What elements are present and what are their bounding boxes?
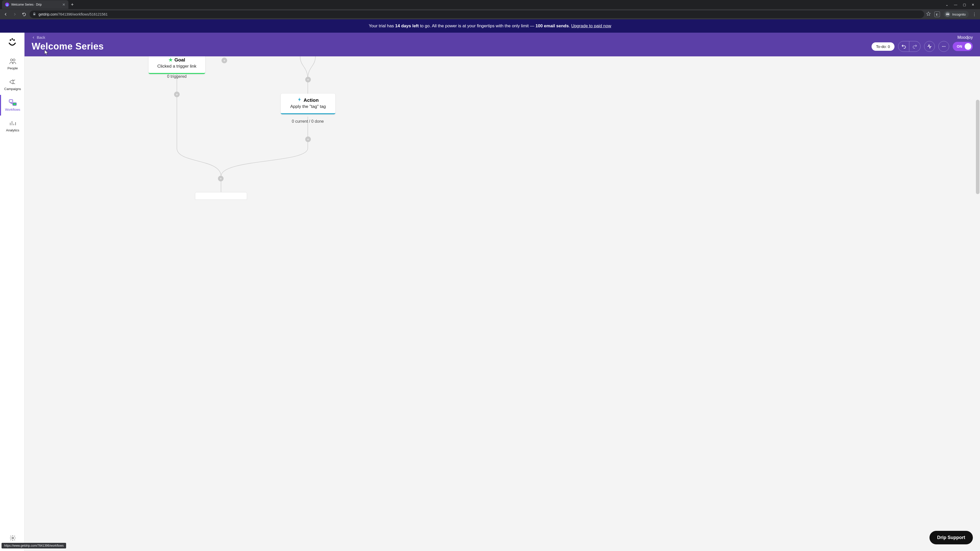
tab-dropdown-icon[interactable]: ⌄ [945, 3, 948, 6]
incognito-icon: 🕶 [945, 12, 950, 17]
incognito-label: Incognito [952, 13, 966, 16]
upgrade-link[interactable]: Upgrade to paid now [571, 24, 611, 28]
more-horizontal-icon [941, 44, 946, 49]
back-label: Back [37, 35, 45, 40]
workflow-connectors [24, 56, 980, 551]
bolt-icon [298, 97, 302, 103]
add-step-button[interactable]: + [221, 58, 227, 63]
svg-point-10 [945, 46, 945, 47]
svg-point-2 [11, 38, 13, 40]
todo-button[interactable]: To-do: 0 [872, 42, 894, 51]
tab-title: Welcome Series · Drip [11, 3, 60, 6]
svg-point-4 [13, 59, 15, 61]
node-subtitle: Apply the "tag" tag [287, 104, 329, 109]
back-link[interactable]: Back [32, 35, 973, 40]
workflows-icon [9, 99, 17, 106]
svg-point-7 [12, 537, 14, 539]
sidebar-item-label: Workflows [5, 108, 21, 111]
minimize-icon[interactable]: — [954, 3, 957, 6]
node-title-text: Goal [174, 57, 185, 63]
bookmark-star-icon[interactable] [926, 11, 931, 17]
trial-sends: 100 email sends [535, 24, 569, 28]
add-step-button[interactable]: + [305, 77, 311, 83]
svg-point-1 [13, 39, 15, 41]
activity-icon [927, 44, 932, 49]
people-icon [9, 58, 17, 65]
add-step-button[interactable]: + [305, 137, 311, 142]
forward-button[interactable] [11, 11, 18, 18]
star-icon: ★ [169, 57, 173, 63]
vertical-scrollbar[interactable] [976, 100, 980, 194]
more-button[interactable] [939, 41, 949, 52]
undo-button[interactable] [898, 41, 909, 52]
incognito-indicator[interactable]: 🕶 Incognito [943, 11, 969, 18]
workflow-toggle[interactable]: ON [953, 42, 973, 51]
svg-rect-6 [13, 103, 16, 105]
browser-chrome: 💧 Welcome Series · Drip ✕ + ⌄ — ▢ ✕ getd… [0, 0, 980, 19]
reload-button[interactable] [21, 11, 27, 18]
workflow-header: Moodjoy Back Welcome Series To-do: 0 [24, 33, 980, 56]
tab-bar: 💧 Welcome Series · Drip ✕ + ⌄ — ▢ ✕ [0, 0, 980, 9]
lock-icon [33, 12, 36, 16]
arrow-left-icon [32, 36, 35, 39]
url-text: getdrip.com/7641396/workflows/516121561 [38, 12, 108, 16]
drip-favicon: 💧 [5, 3, 9, 6]
svg-point-0 [10, 39, 11, 41]
node-title-text: Action [304, 97, 318, 103]
add-step-button[interactable]: + [174, 92, 180, 97]
action-meta: 0 current / 0 done [282, 119, 333, 124]
drip-logo[interactable] [7, 37, 18, 48]
gear-icon [9, 534, 17, 541]
window-controls: ⌄ — ▢ ✕ [945, 3, 978, 6]
redo-icon [912, 44, 918, 49]
undo-icon [901, 44, 906, 49]
svg-rect-5 [9, 100, 13, 102]
status-bar: https://www.getdrip.com/7641396/workflow… [2, 543, 66, 548]
stats-button[interactable] [924, 41, 935, 52]
url-field[interactable]: getdrip.com/7641396/workflows/516121561 [30, 11, 924, 18]
megaphone-icon [9, 78, 17, 86]
goal-meta: 0 triggered [157, 74, 197, 79]
sidebar-item-workflows[interactable]: Workflows [0, 95, 24, 116]
header-actions: To-do: 0 [872, 41, 973, 52]
workflow-canvas[interactable]: ★ Goal Clicked a trigger link 0 triggere… [24, 56, 980, 551]
sidebar-item-label: Analytics [6, 128, 19, 132]
page-title: Welcome Series [32, 41, 103, 52]
sidebar-item-people[interactable]: People [0, 54, 24, 74]
node-subtitle: Clicked a trigger link [155, 64, 199, 69]
close-tab-icon[interactable]: ✕ [62, 3, 65, 6]
toggle-knob [965, 43, 971, 50]
sidebar-item-label: People [7, 66, 18, 70]
close-window-icon[interactable]: ✕ [972, 3, 974, 6]
browser-menu-icon[interactable]: ⋮ [972, 12, 977, 17]
sidebar-item-campaigns[interactable]: Campaigns [0, 74, 24, 95]
sidebar-item-label: Campaigns [4, 87, 21, 91]
workflow-node-goal[interactable]: ★ Goal Clicked a trigger link [148, 56, 205, 74]
browser-tab[interactable]: 💧 Welcome Series · Drip ✕ [2, 0, 68, 9]
workspace: Moodjoy Back Welcome Series To-do: 0 [24, 33, 980, 551]
trial-banner: Your trial has 14 days left to go. All t… [0, 19, 980, 33]
sidebar: People Campaigns Workflows Analytics [0, 33, 24, 551]
support-button[interactable]: Drip Support [929, 531, 973, 545]
add-step-button[interactable]: + [218, 176, 224, 181]
trial-days: 14 days left [395, 24, 419, 28]
svg-point-3 [11, 59, 13, 61]
workflow-node-action[interactable]: Action Apply the "tag" tag [281, 94, 335, 114]
sidebar-item-analytics[interactable]: Analytics [0, 116, 24, 136]
redo-button[interactable] [909, 41, 921, 52]
address-bar: getdrip.com/7641396/workflows/516121561 … [0, 9, 980, 19]
undo-redo-group [898, 41, 921, 52]
workflow-node-partial[interactable] [195, 192, 247, 200]
analytics-icon [9, 120, 17, 127]
maximize-icon[interactable]: ▢ [963, 3, 966, 6]
new-tab-button[interactable]: + [71, 2, 74, 7]
back-button[interactable] [2, 11, 9, 18]
toggle-label: ON [957, 44, 962, 48]
svg-point-9 [943, 46, 944, 47]
svg-point-8 [942, 46, 943, 47]
org-name[interactable]: Moodjoy [958, 35, 973, 40]
app-root: Your trial has 14 days left to go. All t… [0, 19, 980, 551]
extensions-icon[interactable]: ◧ [934, 11, 940, 17]
